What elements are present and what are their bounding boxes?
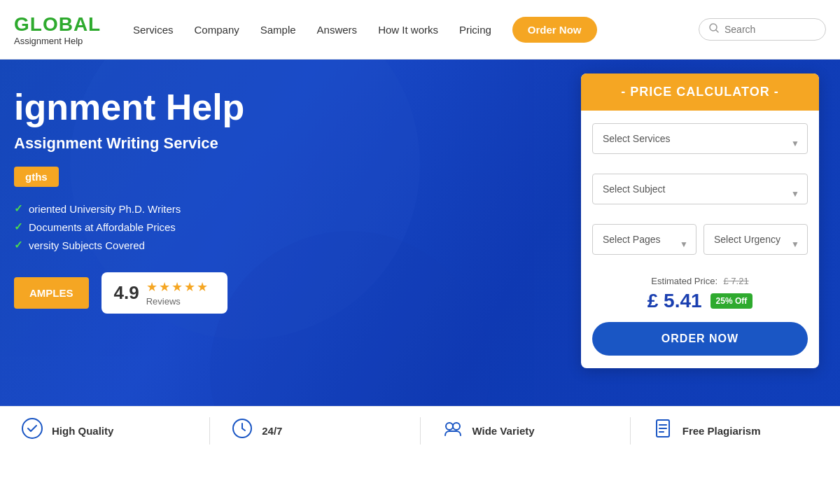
wide-variety-icon: [442, 417, 464, 444]
select-pages-wrapper[interactable]: Select Pages ▼: [592, 224, 696, 265]
star-2: ★: [159, 279, 170, 295]
select-services-dropdown[interactable]: Select Services: [592, 123, 808, 154]
discount-badge: 25% Off: [710, 293, 753, 309]
features-bar: High Quality 24/7 Wide Variety: [0, 406, 840, 455]
calculator-body: Select Services ▼ Select Subject ▼ Selec…: [581, 111, 819, 368]
hero-feature-3: versity Subjects Covered: [14, 239, 581, 251]
star-4: ★: [184, 279, 195, 295]
247-icon: [231, 417, 253, 444]
samples-button[interactable]: AMPLES: [14, 277, 89, 309]
rating-box: 4.9 ★ ★ ★ ★ ★ Reviews: [102, 272, 227, 314]
nav-how-it-works[interactable]: How It works: [378, 24, 438, 36]
feature-free-plagiarism-label: Free Plagiarism: [682, 425, 761, 437]
star-rating: ★ ★ ★ ★ ★: [146, 279, 208, 295]
nav-pricing[interactable]: Pricing: [459, 24, 491, 36]
logo-area: GLOBAL Assignment Help: [14, 13, 105, 46]
select-urgency-dropdown[interactable]: Select Urgency: [704, 224, 808, 255]
select-subject-dropdown[interactable]: Select Subject: [592, 174, 808, 204]
calculator-title: - PRICE CALCULATOR -: [581, 74, 819, 111]
nav-services[interactable]: Services: [133, 24, 174, 36]
search-box[interactable]: [699, 18, 826, 41]
original-price: £ 7.21: [723, 276, 748, 286]
logo-bottom: Assignment Help: [14, 36, 105, 46]
estimated-label: Estimated Price:: [651, 276, 718, 286]
logo-top: GLOBAL: [14, 13, 105, 36]
svg-point-2: [22, 419, 42, 438]
select-pages-dropdown[interactable]: Select Pages: [592, 224, 696, 255]
star-3: ★: [172, 279, 183, 295]
header-order-now-button[interactable]: Order Now: [512, 17, 597, 43]
hero-section: ignment Help Assignment Writing Service …: [0, 59, 840, 455]
select-services-wrapper[interactable]: Select Services ▼: [592, 123, 808, 164]
price-calculator: - PRICE CALCULATOR - Select Services ▼ S…: [581, 74, 819, 368]
feature-247-label: 24/7: [262, 425, 282, 437]
search-icon: [709, 23, 719, 36]
stars-reviews: ★ ★ ★ ★ ★ Reviews: [146, 279, 208, 307]
price-row: £ 5.41 25% Off: [592, 290, 808, 312]
select-subject-wrapper[interactable]: Select Subject ▼: [592, 174, 808, 214]
high-quality-icon: [21, 417, 43, 444]
feature-free-plagiarism: Free Plagiarism: [631, 417, 840, 444]
nav-company[interactable]: Company: [195, 24, 239, 36]
select-urgency-wrapper[interactable]: Select Urgency ▼: [704, 224, 808, 265]
svg-line-1: [716, 30, 718, 32]
search-input[interactable]: [724, 24, 816, 35]
nav-answers[interactable]: Answers: [317, 24, 358, 36]
hero-features-list: oriented University Ph.D. Writers Docume…: [14, 202, 581, 251]
hero-badge: gths: [14, 167, 59, 187]
feature-high-quality: High Quality: [0, 417, 210, 444]
rating-score: 4.9: [114, 282, 139, 304]
star-1: ★: [146, 279, 158, 295]
star-5: ★: [197, 279, 208, 295]
calculator-order-button[interactable]: ORDER NOW: [592, 322, 808, 356]
hero-feature-1: oriented University Ph.D. Writers: [14, 202, 581, 215]
pages-urgency-row: Select Pages ▼ Select Urgency ▼: [592, 224, 808, 265]
free-plagiarism-icon: [652, 417, 674, 444]
feature-wide-variety-label: Wide Variety: [472, 425, 535, 437]
main-price: £ 5.41: [648, 290, 702, 312]
svg-point-5: [453, 423, 460, 430]
reviews-label: Reviews: [146, 296, 208, 307]
feature-24-7: 24/7: [210, 417, 420, 444]
main-nav: Services Company Sample Answers How It w…: [133, 17, 699, 43]
hero-feature-2: Documents at Affordable Prices: [14, 220, 581, 233]
hero-title: ignment Help: [14, 88, 581, 127]
hero-subtitle: Assignment Writing Service: [14, 134, 581, 153]
hero-content: ignment Help Assignment Writing Service …: [0, 59, 581, 314]
nav-sample[interactable]: Sample: [260, 24, 296, 36]
feature-high-quality-label: High Quality: [52, 425, 113, 437]
feature-wide-variety: Wide Variety: [421, 417, 631, 444]
svg-point-4: [446, 423, 453, 430]
header: GLOBAL Assignment Help Services Company …: [0, 0, 840, 59]
price-display: Estimated Price: £ 7.21 £ 5.41 25% Off: [592, 274, 808, 312]
hero-actions: AMPLES 4.9 ★ ★ ★ ★ ★ Reviews: [14, 272, 581, 314]
